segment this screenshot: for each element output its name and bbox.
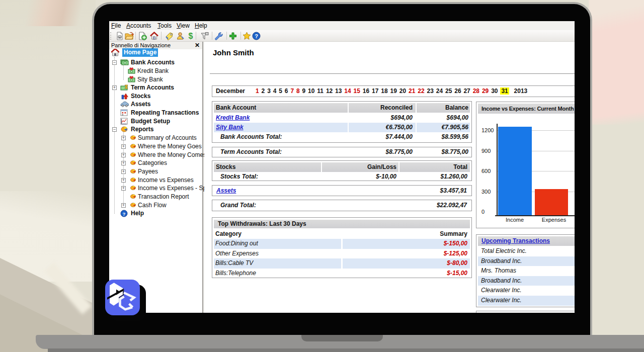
svg-text:?: ?	[123, 211, 126, 217]
svg-text:$: $	[189, 32, 193, 40]
svg-text:?: ?	[255, 33, 258, 39]
